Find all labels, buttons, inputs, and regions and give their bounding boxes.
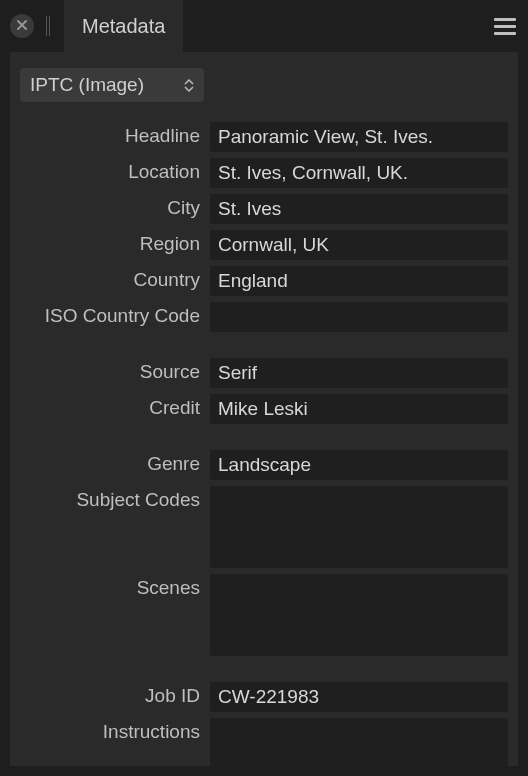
hamburger-icon (494, 18, 516, 35)
input-instructions[interactable] (210, 718, 508, 766)
label-genre: Genre (20, 450, 200, 475)
input-iso-country-code[interactable] (210, 302, 508, 332)
input-scenes[interactable] (210, 574, 508, 656)
close-icon (16, 17, 28, 35)
drag-handle-icon[interactable] (46, 16, 50, 36)
input-job-id[interactable] (210, 682, 508, 712)
input-genre[interactable] (210, 450, 508, 480)
input-location[interactable] (210, 158, 508, 188)
metadata-set-dropdown[interactable]: IPTC (Image) (20, 68, 204, 102)
panel-menu-button[interactable] (492, 8, 518, 45)
label-scenes: Scenes (20, 574, 200, 599)
close-button[interactable] (10, 14, 34, 38)
panel-body: IPTC (Image) Headline Location City Regi… (10, 52, 518, 766)
metadata-panel: Metadata IPTC (Image) Headline Location … (0, 0, 528, 776)
label-iso-country-code: ISO Country Code (20, 302, 200, 327)
label-region: Region (20, 230, 200, 255)
input-source[interactable] (210, 358, 508, 388)
input-credit[interactable] (210, 394, 508, 424)
label-credit: Credit (20, 394, 200, 419)
titlebar: Metadata (10, 0, 518, 52)
input-country[interactable] (210, 266, 508, 296)
tab-label: Metadata (82, 15, 165, 38)
label-subject-codes: Subject Codes (20, 486, 200, 511)
label-headline: Headline (20, 122, 200, 147)
fields-grid: Headline Location City Region Country IS… (20, 122, 508, 766)
input-subject-codes[interactable] (210, 486, 508, 568)
label-job-id: Job ID (20, 682, 200, 707)
label-source: Source (20, 358, 200, 383)
input-region[interactable] (210, 230, 508, 260)
label-instructions: Instructions (20, 718, 200, 743)
chevron-up-down-icon (184, 79, 194, 92)
label-country: Country (20, 266, 200, 291)
label-city: City (20, 194, 200, 219)
dropdown-selected-label: IPTC (Image) (30, 74, 144, 96)
tab-metadata[interactable]: Metadata (64, 0, 183, 52)
input-headline[interactable] (210, 122, 508, 152)
input-city[interactable] (210, 194, 508, 224)
label-location: Location (20, 158, 200, 183)
